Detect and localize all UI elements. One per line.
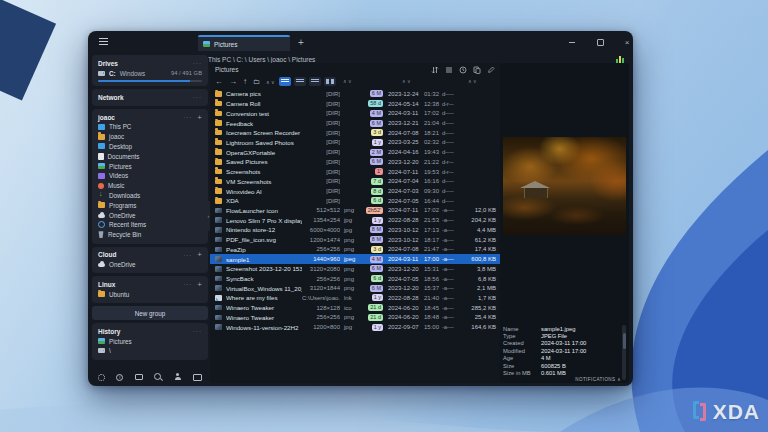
forward-button[interactable]: → — [229, 78, 237, 86]
new-tab-button[interactable]: + — [298, 36, 304, 50]
linux-add-button[interactable]: + — [197, 280, 202, 289]
file-size: 164,6 KB — [466, 324, 496, 330]
sidebar-item-pictures[interactable]: Pictures — [98, 161, 202, 171]
file-row[interactable]: Icecream Screen Recorder[DIR]3 d2024-07-… — [210, 128, 500, 138]
info-scrollbar[interactable] — [622, 325, 626, 380]
clipboard-icon[interactable] — [473, 66, 481, 74]
file-row[interactable]: Where are my filesC:\Users\joao...lnk1 y… — [210, 293, 500, 303]
file-row[interactable]: Nintendo store-126000×4000jpg8 M2023-10-… — [210, 225, 500, 235]
up-button[interactable]: ↑ — [243, 78, 247, 86]
new-group-button[interactable]: New group — [92, 306, 208, 320]
network-menu-button[interactable]: ··· — [193, 94, 202, 100]
file-row[interactable]: Winxvideo AI[DIR]8 d2024-07-0309:30d----… — [210, 186, 500, 196]
file-row[interactable]: FlowLauncher icon512×512png2h52'2024-07-… — [210, 206, 500, 216]
sidebar-item-ubuntu[interactable]: Ubuntu — [98, 289, 202, 299]
sidebar-item-downloads[interactable]: Downloads — [98, 191, 202, 201]
file-row[interactable]: PeaZip256×256png3 d2024-07-0821:47-a----… — [210, 245, 500, 255]
sidebar-item-this-pc[interactable]: This PC — [98, 122, 202, 132]
sidebar-item-desktop[interactable]: Desktop — [98, 142, 202, 152]
sidebar-item-documents[interactable]: Documents — [98, 151, 202, 161]
view-details-button[interactable] — [309, 77, 321, 86]
cloud-icon — [98, 214, 105, 218]
user-add-button[interactable]: + — [197, 113, 202, 122]
file-row[interactable]: Saved Pictures[DIR]6 M2023-12-2021:22d-r… — [210, 157, 500, 167]
file-row[interactable]: SyncBack256×256png6 d2024-07-0518:56-a--… — [210, 274, 500, 284]
cloud-menu-button[interactable]: ··· — [183, 252, 192, 258]
view-grid-button[interactable] — [324, 77, 336, 86]
sidebar-item-videos[interactable]: Videos — [98, 171, 202, 181]
window-icon[interactable] — [193, 374, 202, 381]
file-row[interactable]: Screenshots[DIR]1'2024-07-1119:53d-r--- — [210, 167, 500, 177]
sidebar-item-onedrive[interactable]: OneDrive — [98, 260, 202, 270]
file-thumbnail-icon — [215, 237, 222, 243]
info-icon[interactable]: i — [116, 374, 123, 381]
clock-icon[interactable] — [459, 66, 467, 74]
filter-pen-icon[interactable] — [487, 66, 495, 74]
file-row[interactable]: Conversion test[DIR]4 M2024-03-1117:02d-… — [210, 108, 500, 118]
drives-menu-button[interactable]: ··· — [193, 60, 202, 66]
file-row[interactable]: Lenovo Slim 7 Pro X display test 11354×2… — [210, 215, 500, 225]
file-row[interactable]: Camera Roll[DIR]58 d2024-05-1412:38d-r--… — [210, 99, 500, 109]
close-button[interactable]: × — [619, 35, 633, 49]
file-row[interactable]: OperaGXPortable[DIR]2 M2024-04-1619:43d-… — [210, 147, 500, 157]
history-menu-button[interactable]: ··· — [193, 328, 202, 334]
sort-attr-column[interactable]: ∧ ∨ — [468, 78, 477, 84]
breadcrumb[interactable]: This PC \ C: \ Users \ joaoc \ Pictures — [208, 56, 315, 63]
sidebar-item-recycle-bin[interactable]: Recycle Bin — [98, 230, 202, 240]
file-row[interactable]: sample11440×960jpeg4 M2024-03-1117:00-a-… — [210, 254, 500, 264]
sidebar-item-pictures[interactable]: Pictures — [98, 336, 202, 346]
notifications-toggle[interactable]: NOTIFICATIONS ∧ — [575, 377, 621, 382]
recent-icon — [98, 221, 105, 228]
sort-icon[interactable] — [431, 66, 439, 74]
sidebar-item-programs[interactable]: Programs — [98, 200, 202, 210]
linux-menu-button[interactable]: ··· — [183, 281, 192, 287]
file-name: Windows-11-version-22H2 — [226, 324, 302, 331]
file-time: 18:21 — [424, 130, 442, 136]
media-card-icon[interactable] — [135, 374, 143, 380]
folder-path-icon[interactable]: 🗀 — [253, 78, 260, 85]
sort-date-column[interactable]: ∧ ∨ — [402, 78, 411, 84]
hamburger-menu-icon[interactable] — [99, 38, 108, 45]
sidebar-item-label: Music — [108, 182, 124, 189]
sidebar-item-joaoc[interactable]: joaoc — [98, 132, 202, 142]
file-date: 2024-06-20 — [383, 314, 424, 320]
minimize-button[interactable] — [564, 35, 580, 49]
file-size: 61,2 KB — [466, 237, 496, 243]
settings-gear-icon[interactable] — [98, 374, 105, 381]
file-row[interactable]: Camera pics[DIR]6 M2023-12-2401:32d----- — [210, 89, 500, 99]
file-row[interactable]: XDA[DIR]6 d2024-07-0516:44d----- — [210, 196, 500, 206]
view-list-button[interactable] — [279, 77, 291, 86]
file-row[interactable]: PDF_file_icon.svg1200×1474png8 M2023-10-… — [210, 235, 500, 245]
sidebar-item--[interactable]: \ — [98, 346, 202, 356]
back-button[interactable]: ← — [215, 78, 223, 86]
file-row[interactable]: Feedback[DIR]6 M2023-12-2121:04d----- — [210, 118, 500, 128]
list-icon[interactable] — [445, 66, 453, 74]
sidebar-item-music[interactable]: Music — [98, 181, 202, 191]
file-dimensions: 512×512 — [302, 207, 340, 213]
file-row[interactable]: VM Screenshots[DIR]7 d2024-07-0416:16d--… — [210, 176, 500, 186]
view-split-button[interactable] — [294, 77, 306, 86]
drive-c[interactable]: C: Windows 94 / 491 GB — [98, 68, 202, 78]
user-icon[interactable] — [174, 373, 182, 381]
expand-toggle[interactable]: ∧ ∨ — [266, 79, 275, 85]
user-menu-button[interactable]: ··· — [183, 114, 192, 120]
image-preview[interactable] — [503, 137, 626, 235]
search-icon[interactable] — [154, 373, 162, 381]
sidebar-item-recent-items[interactable]: Recent Items — [98, 220, 202, 230]
info-value: 0.601 MB — [541, 370, 566, 376]
maximize-button[interactable] — [592, 35, 608, 49]
cloud-add-button[interactable]: + — [197, 250, 202, 259]
file-row[interactable]: Lightroom Saved Photos[DIR]1 y2023-03-25… — [210, 138, 500, 148]
sort-size-column[interactable]: ∧ ∨ — [343, 78, 352, 84]
sidebar-item-onedrive[interactable]: OneDrive — [98, 210, 202, 220]
file-attributes: -a---- — [442, 227, 466, 233]
info-row: Namesample1.jpeg — [503, 325, 626, 332]
file-row[interactable]: Screenshot 2023-12-20 1531353120×2080png… — [210, 264, 500, 274]
file-attributes: d-r--- — [442, 101, 466, 107]
file-time: 21:04 — [424, 120, 442, 126]
file-row[interactable]: Windows-11-version-22H21200×800jpg1 y202… — [210, 322, 500, 332]
tab-pictures[interactable]: Pictures — [198, 35, 290, 51]
file-row[interactable]: Winaero Tweaker256×256png21 d2024-06-201… — [210, 313, 500, 323]
file-row[interactable]: Winaero Tweaker128×128ico21 d2024-06-201… — [210, 303, 500, 313]
file-row[interactable]: VirtualBox_Windows 11_20_12_2023_15_37_3… — [210, 283, 500, 293]
